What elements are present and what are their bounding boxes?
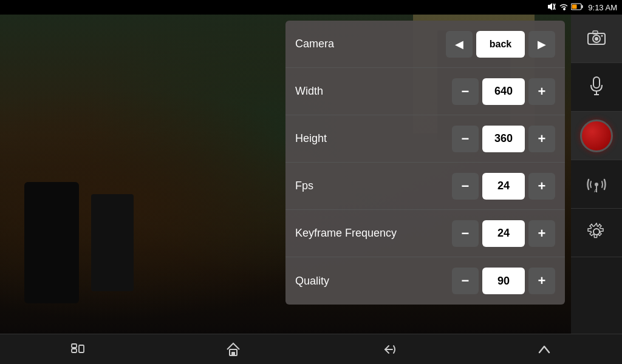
keyframe-increment-btn[interactable]: + [528,220,555,247]
camera-prev-btn[interactable]: ◀ [446,31,473,58]
microphone-btn[interactable] [571,63,622,112]
height-label: Height [295,132,452,145]
width-label: Width [295,85,452,98]
svg-point-16 [593,229,600,235]
camera-label: Camera [295,38,446,50]
svg-rect-21 [231,352,235,356]
fps-controls: − 24 + [452,173,555,200]
quality-row: Quality − 90 + [285,257,565,305]
quality-decrement-btn[interactable]: − [452,268,479,294]
keyframe-label: Keyframe Frequency [295,227,452,240]
svg-rect-19 [79,345,84,352]
svg-point-7 [595,37,598,41]
back-nav-btn[interactable] [364,334,413,365]
settings-panel: Camera ◀ back ▶ Width − 640 + Height − 3… [285,21,565,305]
svg-text:A: A [594,188,598,192]
keyframe-decrement-btn[interactable]: − [452,220,479,247]
time-display: 9:13 AM [588,3,617,12]
keyframe-value: 24 [482,220,525,247]
svg-rect-17 [72,344,77,348]
height-row: Height − 360 + [285,115,565,163]
bottom-nav [0,334,622,364]
record-circle [580,120,613,152]
fps-row: Fps − 24 + [285,163,565,210]
keyframe-row: Keyframe Frequency − 24 + [285,210,565,257]
status-bar: 9:13 AM [0,0,622,15]
mute-icon [547,2,556,12]
camera-controls: ◀ back ▶ [446,31,555,58]
camera-icon [587,29,606,49]
height-increment-btn[interactable]: + [528,126,555,152]
camera-row: Camera ◀ back ▶ [285,21,565,68]
svg-rect-4 [572,5,577,9]
broadcast-icon: A [586,174,607,195]
microphone-icon [589,76,604,98]
quality-controls: − 90 + [452,268,555,294]
record-btn[interactable] [571,112,622,160]
width-controls: − 640 + [452,78,555,105]
width-increment-btn[interactable]: + [528,78,555,105]
up-nav-btn[interactable] [520,334,569,365]
width-value: 640 [482,78,525,105]
svg-rect-3 [582,5,583,8]
home-nav-btn[interactable] [209,334,258,365]
height-value: 360 [482,126,525,152]
camera-next-btn[interactable]: ▶ [528,31,555,58]
width-row: Width − 640 + [285,68,565,115]
quality-increment-btn[interactable]: + [528,268,555,294]
height-controls: − 360 + [452,126,555,152]
height-decrement-btn[interactable]: − [452,126,479,152]
fps-label: Fps [295,180,452,192]
keyframe-controls: − 24 + [452,220,555,247]
width-decrement-btn[interactable]: − [452,78,479,105]
gear-icon [587,223,606,243]
settings-gear-btn[interactable] [571,209,622,257]
fps-increment-btn[interactable]: + [528,173,555,200]
svg-rect-10 [593,77,600,88]
fps-decrement-btn[interactable]: − [452,173,479,200]
quality-value: 90 [482,268,525,294]
svg-rect-8 [593,31,598,34]
svg-rect-18 [72,349,77,352]
battery-icon [571,3,583,12]
wifi-icon [559,2,569,12]
camera-toggle-btn[interactable] [571,15,622,63]
camera-value: back [476,31,525,58]
svg-point-9 [601,35,603,36]
broadcast-btn[interactable]: A [571,160,622,209]
fps-value: 24 [482,173,525,200]
quality-label: Quality [295,275,452,288]
recents-nav-btn[interactable] [53,334,102,365]
right-sidebar: A [571,0,622,340]
